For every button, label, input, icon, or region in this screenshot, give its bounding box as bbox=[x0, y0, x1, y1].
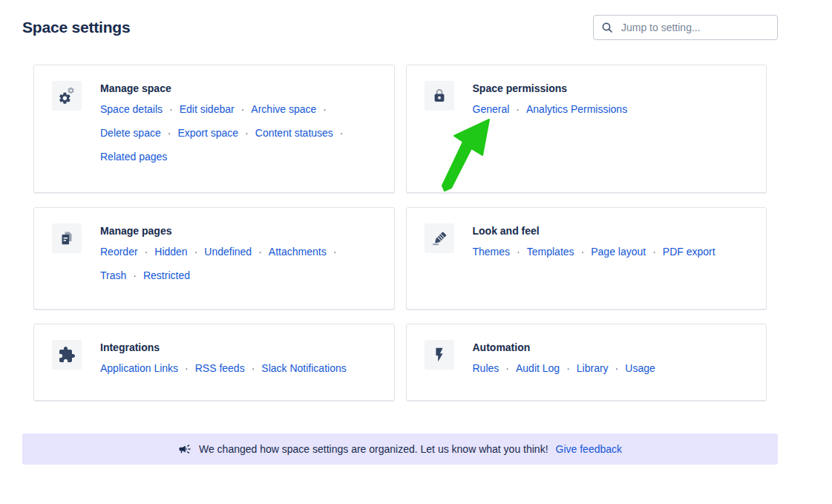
pencil-icon bbox=[425, 223, 454, 253]
link-usage[interactable]: Usage bbox=[625, 362, 655, 374]
dot-separator: · bbox=[252, 356, 255, 380]
card-space-permissions: Space permissions General·Analytics Perm… bbox=[406, 65, 767, 193]
dot-separator: · bbox=[505, 356, 509, 380]
give-feedback-link[interactable]: Give feedback bbox=[556, 443, 623, 455]
search-input[interactable] bbox=[620, 21, 770, 34]
card-title: Integrations bbox=[100, 341, 376, 353]
dot-separator: · bbox=[258, 240, 262, 264]
pages-icon bbox=[52, 223, 82, 253]
dot-separator: · bbox=[333, 240, 337, 264]
link-pdf-export[interactable]: PDF export bbox=[663, 246, 715, 258]
link-slack-notifications[interactable]: Slack Notifications bbox=[261, 362, 346, 374]
settings-cards-grid: Manage space Space details·Edit sidebar·… bbox=[33, 65, 767, 401]
card-look-and-feel: Look and feel Themes·Templates·Page layo… bbox=[406, 207, 767, 310]
dot-separator: · bbox=[615, 356, 619, 380]
card-manage-pages: Manage pages Reorder·Hidden·Undefined·At… bbox=[33, 207, 395, 310]
dot-separator: · bbox=[566, 356, 570, 380]
jump-to-setting-search[interactable] bbox=[593, 15, 778, 40]
dot-separator: · bbox=[185, 356, 189, 380]
dot-separator: · bbox=[340, 121, 344, 145]
card-integrations: Integrations Application Links·RSS feeds… bbox=[33, 324, 395, 401]
card-links: Themes·Templates·Page layout·PDF export bbox=[473, 240, 749, 264]
dot-separator: · bbox=[169, 97, 173, 121]
card-body: Integrations Application Links·RSS feeds… bbox=[100, 340, 376, 384]
link-undefined[interactable]: Undefined bbox=[204, 246, 252, 258]
card-links: Application Links·RSS feeds·Slack Notifi… bbox=[100, 356, 376, 380]
dot-separator: · bbox=[194, 240, 198, 264]
feedback-banner: We changed how space settings are organi… bbox=[22, 433, 778, 465]
link-audit-log[interactable]: Audit Log bbox=[516, 362, 560, 374]
card-title: Manage space bbox=[100, 82, 376, 94]
page-title: Space settings bbox=[22, 19, 130, 36]
link-templates[interactable]: Templates bbox=[527, 246, 574, 258]
card-title: Look and feel bbox=[473, 225, 749, 237]
card-links: Rules·Audit Log·Library·Usage bbox=[473, 356, 749, 380]
card-title: Automation bbox=[473, 341, 749, 353]
lock-icon bbox=[425, 81, 454, 111]
dot-separator: · bbox=[241, 97, 245, 121]
card-links: General·Analytics Permissions bbox=[473, 97, 749, 121]
link-library[interactable]: Library bbox=[577, 362, 609, 374]
link-attachments[interactable]: Attachments bbox=[269, 246, 327, 258]
dot-separator: · bbox=[245, 121, 249, 145]
link-delete-space[interactable]: Delete space bbox=[100, 127, 161, 139]
dot-separator: · bbox=[168, 121, 171, 145]
dot-separator: · bbox=[652, 240, 656, 264]
lightning-icon bbox=[425, 340, 454, 370]
dot-separator: · bbox=[581, 240, 585, 264]
dot-separator: · bbox=[133, 264, 137, 287]
link-space-details[interactable]: Space details bbox=[100, 103, 163, 115]
link-general[interactable]: General bbox=[473, 103, 510, 115]
banner-message: We changed how space settings are organi… bbox=[199, 443, 548, 455]
gears-icon bbox=[52, 81, 82, 111]
card-title: Space permissions bbox=[473, 82, 749, 94]
dot-separator: · bbox=[323, 97, 327, 121]
card-body: Space permissions General·Analytics Perm… bbox=[473, 81, 749, 177]
link-content-statuses[interactable]: Content statuses bbox=[255, 127, 333, 139]
card-body: Manage pages Reorder·Hidden·Undefined·At… bbox=[100, 223, 376, 293]
link-edit-sidebar[interactable]: Edit sidebar bbox=[180, 103, 235, 115]
card-automation: Automation Rules·Audit Log·Library·Usage bbox=[406, 324, 767, 401]
card-links: Space details·Edit sidebar·Archive space… bbox=[100, 97, 376, 168]
card-body: Automation Rules·Audit Log·Library·Usage bbox=[473, 340, 749, 384]
page-header: Space settings bbox=[22, 0, 778, 41]
link-archive-space[interactable]: Archive space bbox=[251, 103, 316, 115]
card-body: Manage space Space details·Edit sidebar·… bbox=[100, 81, 376, 177]
link-rules[interactable]: Rules bbox=[473, 362, 499, 374]
link-page-layout[interactable]: Page layout bbox=[591, 246, 646, 258]
card-links: Reorder·Hidden·Undefined·Attachments·Tra… bbox=[100, 240, 376, 287]
card-body: Look and feel Themes·Templates·Page layo… bbox=[473, 223, 749, 293]
link-hidden[interactable]: Hidden bbox=[154, 246, 187, 258]
dot-separator: · bbox=[517, 240, 520, 264]
link-trash[interactable]: Trash bbox=[100, 269, 126, 281]
space-settings-page: Space settings Manage space bbox=[22, 0, 778, 465]
link-themes[interactable]: Themes bbox=[473, 246, 511, 258]
search-icon bbox=[601, 22, 613, 33]
link-reorder[interactable]: Reorder bbox=[100, 246, 138, 258]
link-application-links[interactable]: Application Links bbox=[100, 362, 178, 374]
link-export-space[interactable]: Export space bbox=[177, 127, 238, 139]
link-restricted[interactable]: Restricted bbox=[143, 269, 190, 281]
dot-separator: · bbox=[145, 240, 148, 264]
card-title: Manage pages bbox=[100, 225, 376, 237]
link-rss-feeds[interactable]: RSS feeds bbox=[195, 362, 245, 374]
link-related-pages[interactable]: Related pages bbox=[100, 151, 167, 163]
card-manage-space: Manage space Space details·Edit sidebar·… bbox=[33, 65, 395, 193]
dot-separator: · bbox=[516, 97, 520, 121]
megaphone-icon bbox=[178, 442, 191, 456]
puzzle-icon bbox=[52, 340, 82, 370]
link-analytics-permissions[interactable]: Analytics Permissions bbox=[526, 103, 627, 115]
